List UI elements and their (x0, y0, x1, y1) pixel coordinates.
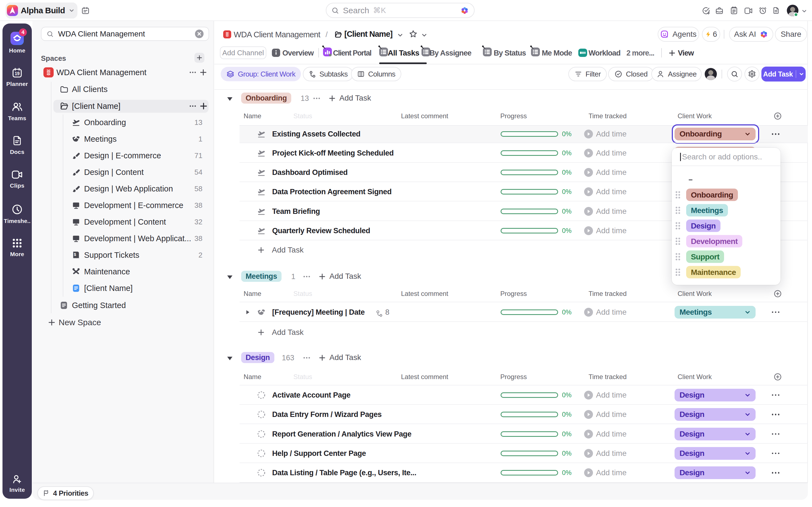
svg-text:$: $ (74, 252, 76, 257)
svg-text:19: 19 (15, 71, 20, 76)
